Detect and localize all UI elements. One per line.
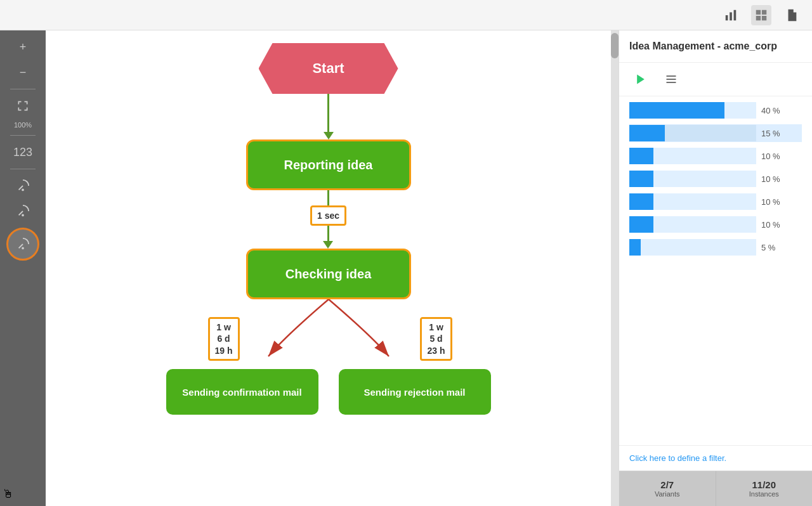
bar-row-1: 15 %: [629, 124, 802, 142]
fullscreen-button[interactable]: [8, 94, 38, 117]
svg-rect-0: [726, 15, 728, 20]
bar-fill-0: [629, 102, 724, 119]
instances-label: Instances: [749, 490, 779, 498]
reporting-idea-node: Reporting idea: [246, 139, 411, 190]
timer-1sec: 1 sec: [310, 205, 346, 226]
bar-container-0: [629, 102, 756, 119]
canvas-scrollbar[interactable]: [611, 30, 619, 506]
toolbar-divider-1: [10, 89, 36, 89]
left-toolbar: + − 100% 123 🖱: [0, 30, 46, 506]
bar-container-3: [629, 171, 756, 187]
svg-rect-2: [734, 10, 737, 20]
svg-rect-11: [667, 82, 676, 83]
bar-label-0: 40 %: [761, 106, 787, 115]
bar-row-0: 40 %: [629, 101, 802, 119]
checking-idea-label: Checking idea: [285, 267, 372, 282]
branches-section: 1 w 6 d 19 h 1 w 5 d 23 h: [170, 299, 487, 375]
canvas-scroll-thumb[interactable]: [611, 33, 619, 58]
list-button[interactable]: [660, 69, 683, 89]
svg-point-3: [22, 190, 23, 191]
svg-rect-9: [667, 75, 676, 77]
timer-left-line2: 6 d: [215, 333, 233, 344]
play-button[interactable]: [629, 69, 652, 89]
bar-fill-5: [629, 216, 653, 233]
toolbar-divider-2: [10, 135, 36, 136]
timer-left-badge: 1 w 6 d 19 h: [208, 317, 240, 361]
cursor-indicator: 🖱: [3, 488, 14, 501]
zoom-out-button[interactable]: −: [8, 61, 38, 84]
zoom-level-label: 100%: [14, 120, 32, 130]
instances-stat[interactable]: 11/20 Instances: [716, 471, 813, 506]
bar-fill-3: [629, 171, 653, 187]
bar-fill-6: [629, 239, 641, 256]
counter-button[interactable]: 123: [8, 141, 38, 164]
bar-container-2: [629, 148, 756, 164]
sending-rejection-node: Sending rejection mail: [339, 369, 491, 415]
bar-container-5: [629, 216, 756, 233]
start-label: Start: [312, 60, 344, 77]
bar-row-3: 10 %: [629, 170, 802, 188]
bar-label-6: 5 %: [761, 243, 787, 252]
filter-link[interactable]: Click here to define a filter.: [619, 445, 812, 470]
bar-row-2: 10 %: [629, 147, 802, 165]
bar-label-3: 10 %: [761, 174, 787, 184]
sending-confirmation-node: Sending confirmation mail: [166, 369, 318, 415]
main-area: + − 100% 123 🖱 Start: [0, 30, 812, 506]
chart-area: 40 %15 %10 %10 %10 %10 %5 %: [619, 96, 812, 445]
timer-left-line1: 1 w: [215, 321, 233, 333]
instances-value: 11/20: [752, 479, 776, 490]
timer-right-badge: 1 w 5 d 23 h: [420, 317, 452, 361]
bar-fill-4: [629, 193, 653, 210]
arrow-reporting-to-checking: 1 sec: [310, 190, 346, 249]
bar-fill-2: [629, 148, 653, 164]
bar-chart-button[interactable]: [721, 5, 741, 25]
svg-marker-8: [637, 75, 645, 84]
right-panel-toolbar: [619, 63, 812, 96]
dashboard-button[interactable]: [751, 5, 771, 25]
variants-label: Variants: [655, 490, 680, 498]
bar-fill-1: [629, 125, 665, 141]
timer-1sec-label: 1 sec: [317, 211, 339, 221]
reporting-idea-label: Reporting idea: [284, 158, 372, 172]
right-panel-title: Idea Management - acme_corp: [619, 30, 812, 63]
bar-label-4: 10 %: [761, 197, 787, 207]
bar-label-5: 10 %: [761, 220, 787, 230]
bar-row-4: 10 %: [629, 193, 802, 211]
bottom-nodes: Sending confirmation mail Sending reject…: [166, 369, 491, 415]
toolbar-divider-3: [10, 169, 36, 169]
right-panel: Idea Management - acme_corp 40 %15 %10 %…: [619, 30, 812, 506]
variants-stat[interactable]: 2/7 Variants: [619, 471, 716, 506]
sending-confirmation-label: Sending confirmation mail: [182, 387, 301, 398]
document-button[interactable]: [782, 5, 802, 25]
timer-right-line1: 1 w: [427, 321, 445, 333]
start-node: Start: [259, 43, 398, 94]
bar-container-1: [629, 125, 756, 141]
bar-container-4: [629, 193, 756, 210]
sending-rejection-label: Sending rejection mail: [363, 387, 465, 398]
svg-point-4: [22, 215, 23, 216]
timer-right-line3: 23 h: [427, 345, 445, 356]
zoom-in-button[interactable]: +: [8, 36, 38, 58]
bar-label-1: 15 %: [761, 129, 787, 138]
speed-button-1[interactable]: [8, 174, 38, 197]
arrow-start-to-reporting: [324, 94, 334, 139]
speed-button-2[interactable]: [8, 200, 38, 223]
checking-idea-node: Checking idea: [246, 249, 411, 299]
svg-rect-10: [667, 79, 676, 80]
svg-point-5: [22, 248, 23, 249]
timer-left-line3: 19 h: [215, 345, 233, 356]
timer-right-line2: 5 d: [427, 333, 445, 344]
active-tool-button[interactable]: [6, 228, 39, 261]
bar-label-2: 10 %: [761, 152, 787, 161]
top-bar: [0, 0, 812, 30]
bar-container-6: [629, 239, 756, 256]
variants-value: 2/7: [660, 479, 674, 490]
bar-row-6: 5 %: [629, 238, 802, 256]
right-panel-footer: 2/7 Variants 11/20 Instances: [619, 470, 812, 506]
flowchart: Start Reporting idea 1 sec: [46, 30, 611, 506]
svg-rect-1: [730, 12, 732, 20]
canvas-area[interactable]: Start Reporting idea 1 sec: [46, 30, 619, 506]
bar-row-5: 10 %: [629, 216, 802, 233]
